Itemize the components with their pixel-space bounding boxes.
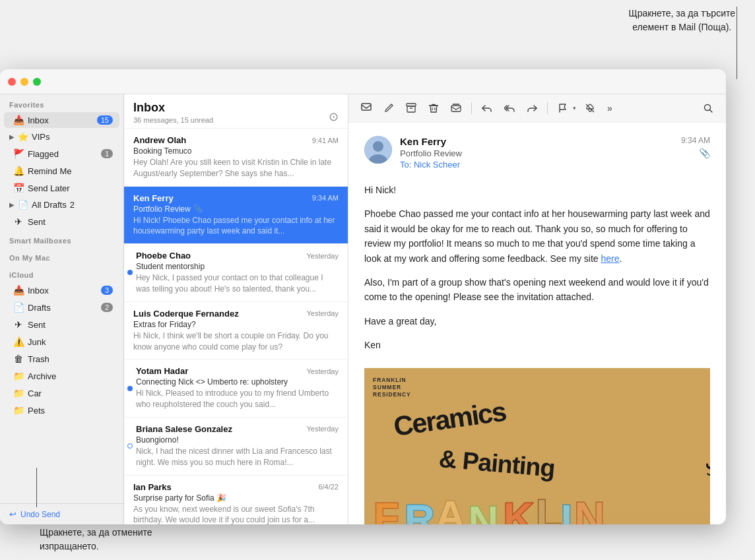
sidebar-item-flagged[interactable]: 🚩 Flagged 1 [4, 146, 119, 162]
mute-button[interactable] [581, 100, 599, 117]
sender-msg1: Andrew Olah [133, 135, 312, 145]
email-body-para-2: Also, I'm part of a group show that's op… [364, 275, 710, 305]
favorites-label: Favorites [0, 94, 123, 111]
sidebar-item-icloud-car[interactable]: 📁 Car [4, 385, 119, 401]
undo-send-button[interactable]: ↩ Undo Send [0, 503, 123, 524]
email-link[interactable]: here [601, 253, 619, 264]
sidebar-item-sent[interactable]: ✈ Sent [4, 214, 119, 230]
sidebar-item-icloud-trash[interactable]: 🗑 Trash [4, 351, 119, 367]
trash-button[interactable] [425, 100, 442, 117]
icloud-archive-icon: 📁 [13, 371, 24, 381]
junk-button[interactable] [447, 100, 465, 117]
sender-msg7: Ian Parks [133, 482, 318, 492]
svg-text:Friday,: Friday, [706, 417, 710, 476]
icloud-drafts-icon: 📄 [13, 302, 24, 313]
message-item-msg6[interactable]: Briana Salese Gonzalez Yesterday Buongio… [124, 418, 348, 476]
unread-dot-msg3 [127, 270, 133, 275]
svg-text:SUMMER: SUMMER [373, 383, 401, 390]
email-body-para-0: Hi Nick! [364, 183, 710, 197]
compose-button[interactable] [380, 100, 397, 117]
preview-msg5: Hi Nick, Pleased to introduce you to my … [136, 388, 339, 410]
flag-button[interactable] [554, 100, 572, 117]
email-toolbar: ▾ » [348, 94, 726, 123]
sent-icon: ✈ [13, 216, 24, 227]
sidebar-item-icloud-junk[interactable]: ⚠️ Junk [4, 334, 119, 350]
email-meta: Ken Ferry Portfolio Review To: Nick Sche… [400, 136, 673, 170]
vips-icon: ⭐ [18, 132, 28, 142]
time-msg4: Yesterday [306, 309, 339, 317]
new-message-button[interactable] [358, 100, 375, 117]
undo-send-label: Undo Send [20, 510, 60, 519]
email-banner-image: FRANKLIN SUMMER RESIDENCY Ceramics & Pai… [364, 362, 710, 524]
flag-dropdown-arrow[interactable]: ▾ [573, 105, 576, 111]
sidebar-item-vips[interactable]: ▶ ⭐ VIPs [4, 129, 119, 144]
vips-collapse-arrow: ▶ [9, 133, 15, 140]
icloud-pets-icon: 📁 [13, 405, 24, 416]
message-item-msg4[interactable]: Luis Coderque Fernandez Yesterday Extras… [124, 302, 348, 360]
message-item-msg7[interactable]: Ian Parks 6/4/22 Surprise party for Sofi… [124, 476, 348, 524]
sidebar-item-send-later[interactable]: 📅 Send Later [4, 180, 119, 196]
sidebar-icloud-inbox-label: Inbox [28, 286, 97, 296]
sidebar-item-remind-me[interactable]: 🔔 Remind Me [4, 163, 119, 179]
forward-button[interactable] [523, 100, 541, 117]
svg-text:RESIDENCY: RESIDENCY [373, 391, 410, 398]
sidebar-icloud-car-label: Car [28, 389, 113, 398]
app-window: Favorites 📥 Inbox 15 ▶ ⭐ VIPs 🚩 Flagged … [0, 69, 726, 524]
svg-rect-7 [451, 106, 461, 111]
email-from: Ken Ferry [400, 136, 673, 147]
email-to: To: Nick Scheer [400, 160, 673, 170]
flagged-icon: 🚩 [13, 148, 24, 159]
svg-line-12 [710, 110, 713, 113]
svg-line-9 [586, 104, 594, 112]
subject-msg4: Extras for Friday? [133, 320, 339, 329]
subject-msg7: Surprise party for Sofia 🎉 [133, 493, 339, 503]
sidebar-item-icloud-archive[interactable]: 📁 Archive [4, 368, 119, 384]
reply-button[interactable] [478, 100, 496, 117]
inbox-icon: 📥 [13, 115, 24, 125]
svg-text:»: » [607, 103, 612, 113]
minimize-button[interactable] [20, 78, 28, 86]
subject-msg2: Portfolio Review 📎 [133, 204, 339, 214]
message-list-header: Inbox 36 messages, 15 unread ⊙ [124, 94, 348, 129]
search-button[interactable] [700, 100, 717, 117]
undo-send-icon: ↩ [9, 509, 16, 519]
maximize-button[interactable] [33, 78, 41, 86]
email-message-header: Ken Ferry Portfolio Review To: Nick Sche… [364, 136, 710, 170]
svg-text:FRANKLIN: FRANKLIN [373, 376, 406, 383]
filter-button[interactable]: ⊙ [329, 109, 339, 124]
subject-msg6: Buongiorno! [136, 435, 339, 445]
annotation-undo-tip: Щракнете, за да отменитеизпращането. [40, 526, 152, 553]
message-item-msg1[interactable]: Andrew Olah 9:41 AM Booking Temuco Hey O… [124, 129, 348, 187]
icloud-label: iCloud [0, 264, 123, 282]
window-body: Favorites 📥 Inbox 15 ▶ ⭐ VIPs 🚩 Flagged … [0, 94, 726, 524]
email-received-time: 9:34 AM [681, 136, 710, 145]
sidebar-item-icloud-pets[interactable]: 📁 Pets [4, 402, 119, 418]
message-item-msg2[interactable]: Ken Ferry 9:34 AM Portfolio Review 📎 Hi … [124, 187, 348, 245]
annotation-line-right [737, 7, 737, 79]
preview-msg3: Hey Nick, I passed your contact on to th… [136, 272, 339, 295]
sidebar-icloud-junk-label: Junk [28, 337, 113, 347]
drafts-collapse-arrow: ▶ [9, 201, 15, 208]
message-item-msg5[interactable]: Yotam Hadar Yesterday Connecting Nick <>… [124, 359, 348, 418]
sidebar-vips-label: VIPs [32, 132, 49, 142]
sidebar-item-icloud-drafts[interactable]: 📄 Drafts 2 [4, 299, 119, 315]
message-list-title: Inbox [133, 101, 213, 115]
close-button[interactable] [8, 78, 16, 86]
message-item-msg3[interactable]: Phoebe Chao Yesterday Student mentorship… [124, 244, 348, 302]
all-drafts-icon: 📄 [18, 200, 28, 210]
sidebar-item-all-drafts[interactable]: ▶ 📄 All Drafts 2 [4, 197, 119, 212]
more-button[interactable]: » [604, 100, 621, 117]
annotation-search-tip: Щракнете, за да търситеелемент в Mail (П… [629, 7, 735, 34]
sidebar-item-icloud-inbox[interactable]: 📥 Inbox 3 [4, 282, 119, 298]
email-view: ▾ » [348, 94, 726, 524]
archive-button[interactable] [403, 100, 420, 117]
toolbar-separator-2 [547, 102, 548, 114]
reply-all-button[interactable] [501, 100, 518, 117]
sidebar-item-inbox[interactable]: 📥 Inbox 15 [4, 112, 119, 128]
time-msg6: Yesterday [306, 425, 339, 433]
sender-avatar [364, 136, 392, 164]
sidebar-item-icloud-sent[interactable]: ✈ Sent [4, 317, 119, 332]
sender-msg6: Briana Salese Gonzalez [136, 424, 306, 434]
inbox-badge: 15 [97, 115, 113, 125]
email-subject-display: Portfolio Review [400, 148, 673, 158]
